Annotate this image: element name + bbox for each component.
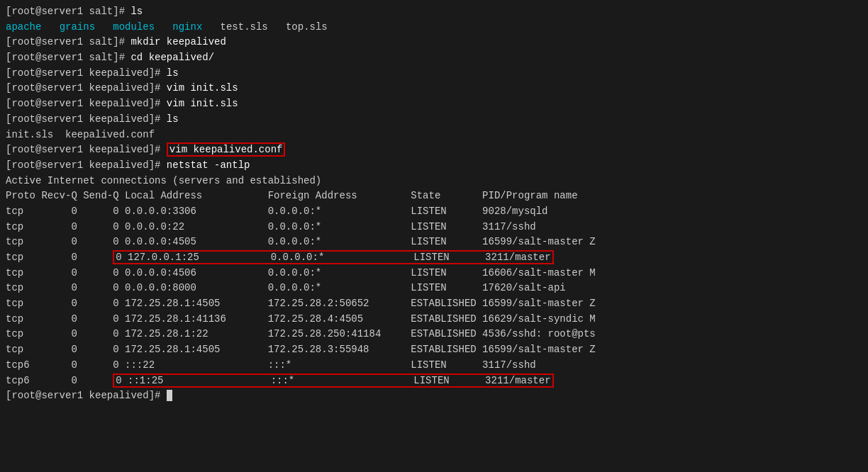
line-ls2: [root@server1 keepalived]# ls: [6, 66, 862, 82]
line-ls-output2: init.sls keepalived.conf: [6, 128, 862, 143]
line-final-prompt: [root@server1 keepalived]#: [6, 388, 862, 404]
line-vim1: [root@server1 keepalived]# vim init.sls: [6, 81, 862, 96]
table-row-tcp6-sshd: tcp6 0 0 :::22 :::* LISTEN 3117/sshd: [6, 358, 862, 373]
table-row-salt4505: tcp 0 0 0.0.0.0:4505 0.0.0.0:* LISTEN 16…: [6, 235, 862, 250]
line-active-conn: Active Internet connections (servers and…: [6, 174, 862, 189]
line-netstat: [root@server1 keepalived]# netstat -antl…: [6, 158, 862, 174]
table-row-tcp6-master: tcp6 0 0 ::1:25 :::* LISTEN 3211/master: [6, 373, 862, 389]
line-ls3: [root@server1 keepalived]# ls: [6, 112, 862, 128]
line-table-header: Proto Recv-Q Send-Q Local Address Foreig…: [6, 189, 862, 204]
table-row-estab1: tcp 0 0 172.25.28.1:4505 172.25.28.2:506…: [6, 296, 862, 312]
table-row-estab2: tcp 0 0 172.25.28.1:41136 172.25.28.4:45…: [6, 312, 862, 327]
line-vim2: [root@server1 keepalived]# vim init.sls: [6, 96, 862, 112]
line-1: [root@server1 salt]# ls: [6, 4, 862, 20]
line-ls-output: apache grains modules nginx test.sls top…: [6, 20, 862, 35]
line-mkdir: [root@server1 salt]# mkdir keepalived: [6, 35, 862, 50]
table-row-salt8000: tcp 0 0 0.0.0.0:8000 0.0.0.0:* LISTEN 17…: [6, 281, 862, 296]
table-row-estab3: tcp 0 0 172.25.28.1:22 172.25.28.250:411…: [6, 327, 862, 342]
line-vim-conf: [root@server1 keepalived]# vim keepalive…: [6, 142, 862, 158]
vim-conf-highlight: vim keepalived.conf: [167, 142, 286, 157]
highlight-row-tcp6-master: 0 ::1:25 :::* LISTEN 3211/master: [113, 373, 553, 388]
highlight-row-master25: 0 127.0.0.1:25 0.0.0.0:* LISTEN 3211/mas…: [113, 250, 553, 264]
terminal: [root@server1 salt]# ls apache grains mo…: [0, 0, 868, 408]
table-row-sshd1: tcp 0 0 0.0.0.0:22 0.0.0.0:* LISTEN 3117…: [6, 220, 862, 235]
table-row-master25: tcp 0 0 127.0.0.1:25 0.0.0.0:* LISTEN 32…: [6, 250, 862, 266]
table-row-salt4506: tcp 0 0 0.0.0.0:4506 0.0.0.0:* LISTEN 16…: [6, 266, 862, 281]
table-row-mysqld: tcp 0 0 0.0.0.0:3306 0.0.0.0:* LISTEN 90…: [6, 204, 862, 220]
line-cd: [root@server1 salt]# cd keepalived/: [6, 50, 862, 66]
table-row-estab4: tcp 0 0 172.25.28.1:4505 172.25.28.3:559…: [6, 342, 862, 358]
